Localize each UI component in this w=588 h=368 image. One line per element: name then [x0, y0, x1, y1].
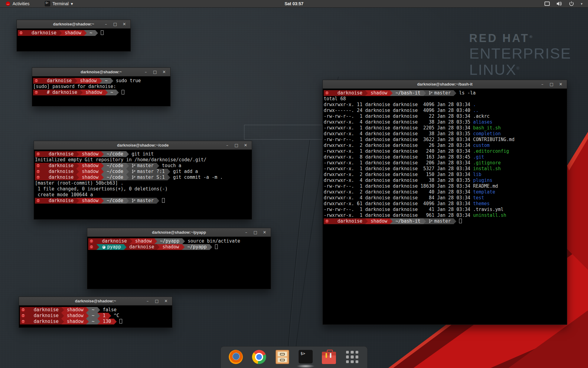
powerline-arrow-icon — [43, 174, 46, 180]
window-titlebar[interactable]: darknoise@shadow:~–□✕ — [17, 20, 130, 29]
close-button[interactable]: ✕ — [161, 70, 167, 74]
maximize-button[interactable]: □ — [233, 143, 239, 148]
window-titlebar[interactable]: darknoise@shadow:~/bash-it–□✕ — [323, 80, 567, 89]
prompt-segment-path: ~/code — [104, 198, 126, 204]
prompt-segment-venv: pyapp — [99, 244, 124, 250]
terminal-content[interactable]: darknoiseshadow~/pyappsource bin/activat… — [87, 237, 271, 251]
powerline-arrow-icon — [168, 169, 170, 174]
prompt-segment-path: ~ — [89, 313, 97, 319]
close-button[interactable]: ✕ — [243, 143, 249, 148]
dock-app-grid-button[interactable] — [345, 350, 359, 364]
maximize-button[interactable]: □ — [252, 230, 258, 235]
redhat-swirl-icon — [36, 152, 40, 156]
powerline-arrow-icon — [156, 198, 159, 204]
close-button[interactable]: ✕ — [262, 230, 268, 235]
terminal-content[interactable]: darknoiseshadow~sudo true[sudo] password… — [32, 76, 170, 97]
rhel-wallpaper-logo: RED HAT® ENTERPRISE LINUX® — [469, 32, 571, 77]
powerline-arrow-icon — [59, 30, 62, 36]
git-branch-icon — [132, 175, 136, 179]
prompt-segment-logo — [35, 174, 43, 180]
terminal-window-pyapp: darknoise@shadow:~/pyapp–□✕darknoiseshad… — [87, 228, 271, 289]
terminal-line: -rw-rw-r--. 1 darknoise darknoise 3622 J… — [324, 137, 566, 143]
terminal-content[interactable]: darknoiseshadow~ — [17, 29, 130, 37]
powerline-arrow-icon — [96, 238, 99, 244]
powerline-arrow-icon — [126, 163, 129, 169]
dock-toolbox-button[interactable] — [322, 350, 336, 364]
powerline-arrow-icon — [76, 174, 79, 180]
minimize-button[interactable]: – — [243, 230, 249, 235]
minimize-button[interactable]: – — [224, 143, 230, 148]
redhat-swirl-icon — [21, 314, 25, 318]
window-titlebar[interactable]: darknoise@shadow:~/pyapp–□✕ — [87, 228, 271, 237]
window-titlebar[interactable]: darknoise@shadow:~/code–□✕ — [34, 141, 252, 150]
terminal-line: [sudo] password for darknoise: — [33, 84, 169, 90]
prompt-segment-logo — [324, 218, 332, 224]
output-text: total 68 — [324, 96, 346, 102]
maximize-button[interactable]: □ — [112, 22, 118, 26]
dock-firefox-button[interactable] — [229, 350, 243, 364]
terminal-content[interactable]: darknoiseshadow~/codegit initInitialized… — [34, 150, 252, 205]
prompt-segment-logo — [35, 163, 43, 169]
powerline-arrow-icon — [26, 30, 29, 36]
prompt-segment-host: shadow — [79, 174, 101, 180]
minimize-button[interactable]: – — [143, 70, 149, 74]
minimize-button[interactable]: – — [103, 22, 109, 26]
output-text: Initialized empty Git repository in /hom… — [35, 157, 206, 163]
powerline-arrow-icon — [423, 90, 426, 96]
prompt-segment-host: shadow — [79, 151, 101, 157]
dock-chrome-button[interactable] — [252, 350, 266, 364]
powerline-arrow-icon — [423, 218, 426, 224]
activities-button[interactable]: Activities — [3, 1, 32, 7]
close-button[interactable]: ✕ — [121, 22, 127, 26]
terminal-line: -rw-rw-r--. 1 darknoise darknoise 41 Jan… — [324, 207, 566, 213]
ls-row-meta: drwxrwxr-x. 2 darknoise darknoise 26 Jan… — [324, 143, 473, 148]
ls-row-meta: -rwxrwxr-x. 1 darknoise darknoise 206 Ja… — [324, 160, 473, 166]
terminal-content[interactable]: darknoiseshadow~/bash-itmasterls -latota… — [323, 89, 567, 226]
window-titlebar[interactable]: darknoise@shadow:~–□✕ — [19, 297, 172, 305]
terminal-line: drwxrwxr-x. 61 darknoise darknoise 4096 … — [324, 201, 566, 207]
prompt-segment-path: ~ — [102, 78, 110, 84]
maximize-button[interactable]: □ — [548, 82, 555, 86]
prompt-segment-user: darknoise — [335, 218, 365, 224]
app-grid-dot — [356, 360, 358, 363]
window-titlebar[interactable]: darknoise@shadow:~–□✕ — [32, 68, 170, 76]
prompt-segment-logo — [35, 151, 43, 157]
powerline-arrow-icon — [99, 78, 102, 84]
terminal-cursor — [215, 244, 218, 249]
wallpaper-arc — [287, 140, 310, 368]
terminal-mini-icon: $> — [45, 1, 50, 6]
terminal-line: 1 file changed, 0 insertions(+), 0 delet… — [35, 186, 251, 192]
app-grid-dot — [351, 355, 353, 358]
redhat-swirl-icon — [34, 79, 38, 83]
powerline-arrow-icon — [43, 151, 46, 157]
minimize-button[interactable]: – — [539, 82, 545, 86]
prompt-segment-logo — [20, 313, 28, 319]
clock-label[interactable]: Sat 03:57 — [285, 1, 303, 6]
dock-terminal-button[interactable]: $> — [299, 350, 313, 364]
minimize-button[interactable]: – — [145, 299, 151, 303]
app-menu-terminal[interactable]: $> Terminal ▾ — [42, 0, 75, 7]
dock-files-button[interactable] — [275, 350, 289, 364]
files-icon — [276, 350, 289, 364]
terminal-line: total 68 — [324, 96, 566, 102]
redhat-swirl-icon — [34, 90, 38, 94]
terminal-window-exitcodes: darknoise@shadow:~–□✕darknoiseshadow~fal… — [19, 297, 172, 328]
powerline-arrow-icon — [365, 218, 368, 224]
terminal-content[interactable]: darknoiseshadow~falsedarknoiseshadow~1^C… — [19, 305, 172, 326]
prompt-segment-path: ~ — [87, 30, 95, 36]
maximize-button[interactable]: □ — [152, 70, 158, 74]
files-drawer-bottom — [278, 358, 287, 362]
prompt-segment-logo — [88, 238, 96, 244]
system-status-area[interactable]: ▾ — [545, 1, 588, 6]
prompt-segment-user: darknoise — [46, 163, 76, 169]
window-controls: –□✕ — [243, 230, 271, 235]
powerline-arrow-icon — [332, 90, 335, 96]
maximize-button[interactable]: □ — [154, 299, 160, 303]
close-button[interactable]: ✕ — [558, 82, 564, 86]
prompt-segment-path: ~/bash-it — [393, 90, 423, 96]
terminal-line: -rwxrwxr-x. 1 darknoise darknoise 2205 J… — [324, 125, 566, 131]
powerline-arrow-icon — [101, 169, 104, 174]
close-button[interactable]: ✕ — [163, 299, 169, 303]
ls-row-meta: -rwxrwxr-x. 1 darknoise darknoise 5327 J… — [324, 166, 473, 171]
output-text: [master (root-commit) 50bcb63] . — [35, 180, 123, 186]
